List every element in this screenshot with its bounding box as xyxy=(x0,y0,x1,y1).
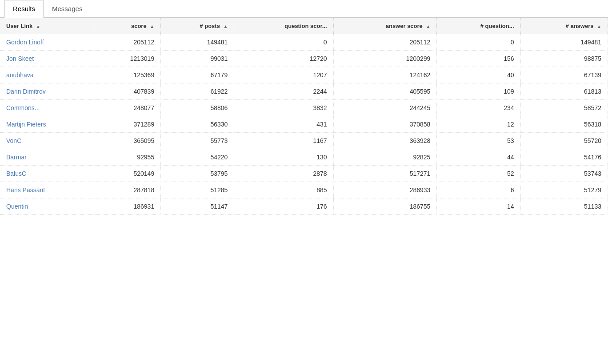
cell-question-score: 1207 xyxy=(234,67,333,83)
cell-posts: 51285 xyxy=(161,182,234,198)
cell-answers: 55720 xyxy=(520,133,608,149)
cell-questions: 234 xyxy=(437,100,520,116)
cell-posts: 53795 xyxy=(161,166,234,182)
cell-questions: 6 xyxy=(437,182,520,198)
results-table: User Link ▲ score ▲ # posts ▲ question s… xyxy=(0,18,608,215)
cell-answer-score: 244245 xyxy=(333,100,437,116)
cell-answer-score: 405595 xyxy=(333,83,437,100)
cell-score: 205112 xyxy=(94,34,161,51)
cell-score: 407839 xyxy=(94,83,161,100)
cell-user-link[interactable]: Martijn Pieters xyxy=(0,116,94,133)
cell-posts: 55773 xyxy=(161,133,234,149)
cell-user-link[interactable]: VonC xyxy=(0,133,94,149)
table-row: Commons...24807758806383224424523458572 xyxy=(0,100,608,116)
cell-question-score: 2878 xyxy=(234,166,333,182)
cell-questions: 44 xyxy=(437,149,520,166)
col-header-user-link[interactable]: User Link ▲ xyxy=(0,18,94,34)
table-row: Quentin186931511471761867551451133 xyxy=(0,198,608,215)
sort-arrow-user-link: ▲ xyxy=(36,24,40,29)
table-header-row: User Link ▲ score ▲ # posts ▲ question s… xyxy=(0,18,608,34)
cell-score: 248077 xyxy=(94,100,161,116)
tabs-bar: Results Messages xyxy=(0,0,608,18)
cell-answers: 149481 xyxy=(520,34,608,51)
cell-question-score: 2244 xyxy=(234,83,333,100)
cell-answer-score: 286933 xyxy=(333,182,437,198)
cell-user-link[interactable]: Commons... xyxy=(0,100,94,116)
cell-question-score: 431 xyxy=(234,116,333,133)
cell-question-score: 885 xyxy=(234,182,333,198)
cell-answers: 51279 xyxy=(520,182,608,198)
cell-question-score: 0 xyxy=(234,34,333,51)
cell-score: 520149 xyxy=(94,166,161,182)
table-row: Gordon Linoff20511214948102051120149481 xyxy=(0,34,608,51)
sort-arrow-posts: ▲ xyxy=(223,24,228,29)
cell-posts: 149481 xyxy=(161,34,234,51)
cell-user-link[interactable]: Quentin xyxy=(0,198,94,215)
cell-user-link[interactable]: Jon Skeet xyxy=(0,51,94,67)
table-row: Darin Dimitrov40783961922224440559510961… xyxy=(0,83,608,100)
table-row: anubhava1253696717912071241624067139 xyxy=(0,67,608,83)
col-header-answer-score[interactable]: answer score ▲ xyxy=(333,18,437,34)
tab-messages[interactable]: Messages xyxy=(44,0,91,18)
tab-results[interactable]: Results xyxy=(4,0,44,18)
cell-posts: 56330 xyxy=(161,116,234,133)
table-row: Barmar9295554220130928254454176 xyxy=(0,149,608,166)
cell-score: 186931 xyxy=(94,198,161,215)
cell-answers: 54176 xyxy=(520,149,608,166)
cell-answer-score: 517271 xyxy=(333,166,437,182)
cell-questions: 109 xyxy=(437,83,520,100)
cell-question-score: 130 xyxy=(234,149,333,166)
sort-arrow-answers: ▲ xyxy=(597,24,601,29)
cell-answers: 51133 xyxy=(520,198,608,215)
cell-posts: 61922 xyxy=(161,83,234,100)
cell-user-link[interactable]: Barmar xyxy=(0,149,94,166)
cell-question-score: 1167 xyxy=(234,133,333,149)
cell-user-link[interactable]: anubhava xyxy=(0,67,94,83)
cell-user-link[interactable]: Darin Dimitrov xyxy=(0,83,94,100)
cell-answers: 61813 xyxy=(520,83,608,100)
cell-posts: 58806 xyxy=(161,100,234,116)
col-header-questions[interactable]: # question... xyxy=(437,18,520,34)
table-row: Hans Passant28781851285885286933651279 xyxy=(0,182,608,198)
cell-answers: 56318 xyxy=(520,116,608,133)
cell-question-score: 176 xyxy=(234,198,333,215)
cell-questions: 14 xyxy=(437,198,520,215)
cell-questions: 12 xyxy=(437,116,520,133)
cell-score: 287818 xyxy=(94,182,161,198)
cell-answer-score: 370858 xyxy=(333,116,437,133)
cell-answers: 53743 xyxy=(520,166,608,182)
cell-answers: 98875 xyxy=(520,51,608,67)
table-row: Martijn Pieters3712895633043137085812563… xyxy=(0,116,608,133)
cell-answer-score: 205112 xyxy=(333,34,437,51)
col-header-answers[interactable]: # answers ▲ xyxy=(520,18,608,34)
cell-posts: 51147 xyxy=(161,198,234,215)
table-container: User Link ▲ score ▲ # posts ▲ question s… xyxy=(0,18,608,215)
cell-questions: 53 xyxy=(437,133,520,149)
col-header-question-score[interactable]: question scor... xyxy=(234,18,333,34)
cell-answer-score: 363928 xyxy=(333,133,437,149)
table-row: Jon Skeet1213019990311272012002991569887… xyxy=(0,51,608,67)
cell-score: 125369 xyxy=(94,67,161,83)
cell-answer-score: 186755 xyxy=(333,198,437,215)
cell-score: 92955 xyxy=(94,149,161,166)
cell-posts: 99031 xyxy=(161,51,234,67)
cell-score: 365095 xyxy=(94,133,161,149)
cell-answers: 67139 xyxy=(520,67,608,83)
cell-posts: 54220 xyxy=(161,149,234,166)
cell-user-link[interactable]: Gordon Linoff xyxy=(0,34,94,51)
cell-question-score: 12720 xyxy=(234,51,333,67)
cell-answer-score: 124162 xyxy=(333,67,437,83)
cell-question-score: 3832 xyxy=(234,100,333,116)
cell-posts: 67179 xyxy=(161,67,234,83)
sort-arrow-score: ▲ xyxy=(150,24,154,29)
cell-answers: 58572 xyxy=(520,100,608,116)
cell-score: 371289 xyxy=(94,116,161,133)
col-header-score[interactable]: score ▲ xyxy=(94,18,161,34)
col-header-posts[interactable]: # posts ▲ xyxy=(161,18,234,34)
table-row: BalusC5201495379528785172715253743 xyxy=(0,166,608,182)
cell-user-link[interactable]: BalusC xyxy=(0,166,94,182)
cell-questions: 52 xyxy=(437,166,520,182)
cell-score: 1213019 xyxy=(94,51,161,67)
cell-user-link[interactable]: Hans Passant xyxy=(0,182,94,198)
cell-questions: 40 xyxy=(437,67,520,83)
